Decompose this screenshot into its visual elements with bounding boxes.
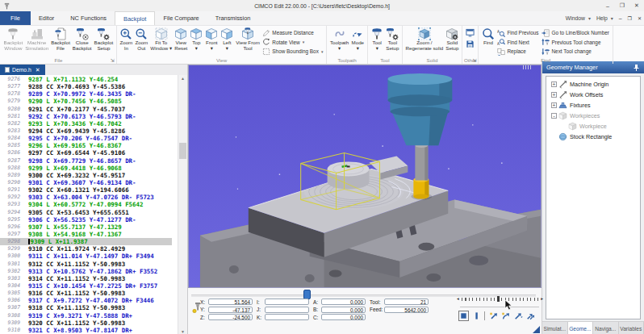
- ribbon-button-backplot-window[interactable]: BackplotWindow: [2, 27, 24, 52]
- nc-line[interactable]: 92899300 CC X+69.3232 Y-45.9517: [0, 172, 187, 179]
- nc-line[interactable]: 92849295 C X+70.206 Y-46.7547 DR-: [0, 135, 187, 142]
- monitor-icon[interactable]: [466, 28, 475, 37]
- speed-slider[interactable]: ◂▸: [462, 297, 538, 302]
- ribbon-tab-transmission[interactable]: Transmission: [207, 11, 259, 25]
- nc-line[interactable]: 93069317 C X+9.7272 Y-47.4072 DR+ F3446: [0, 297, 187, 304]
- nc-line[interactable]: 92799290 L X+70.7456 Y-46.5085: [0, 98, 187, 105]
- tree-item-workpiece[interactable]: Workpiece: [546, 121, 640, 132]
- nc-line[interactable]: 93059316 CC X+11.1152 Y-50.9983: [0, 290, 187, 297]
- ribbon-tab-file-compare[interactable]: File Compare: [155, 11, 207, 25]
- ribbon-button-left[interactable]: Left▾: [220, 27, 235, 52]
- viewport-grip[interactable]: [523, 65, 531, 69]
- step-forward-3-button[interactable]: [513, 311, 524, 321]
- nc-line[interactable]: 92819292 C X+70.6173 Y-46.5793 DR-: [0, 113, 187, 120]
- nc-line[interactable]: 92949305 CC X+53.6453 Y+655.6551: [0, 209, 187, 216]
- nc-line[interactable]: 92929303 C X+63.004 Y-47.0726 DR- F5723: [0, 194, 187, 201]
- ribbon-button-rotate-view[interactable]: Rotate View▾: [261, 38, 324, 48]
- restore-icon[interactable]: ❐: [615, 1, 629, 11]
- ribbon-button-previous-tool-change[interactable]: Previous Tool change: [540, 38, 610, 48]
- ribbon-button-measure-distance[interactable]: Measure Distance: [261, 28, 324, 38]
- nc-line[interactable]: 92769287 L X+71.1132 Y-46.254: [0, 76, 187, 83]
- ribbon-button-find-next[interactable]: AFind Next: [496, 38, 540, 48]
- pause-button[interactable]: [471, 311, 482, 321]
- ribbon-button-front[interactable]: Front▾: [204, 27, 220, 52]
- ribbon-button-find[interactable]: Find: [480, 27, 496, 46]
- ribbon-button-replace[interactable]: Replace: [496, 47, 540, 56]
- ribbon-button-fit-to-window[interactable]: Fit ToWindow ▾: [149, 27, 174, 52]
- nc-line[interactable]: 92999310 CC X+11.9724 Y-82.4929: [0, 245, 187, 253]
- nc-line[interactable]: 93089319 C X+9.3271 Y-47.5888 DR+: [0, 312, 187, 319]
- tree-item-workpieces[interactable]: -Workpieces: [546, 111, 640, 121]
- tree-item-machine-origin[interactable]: +Machine Origin: [546, 79, 640, 90]
- panel-tab-geome[interactable]: Geome...: [568, 322, 594, 334]
- ribbon-button-close-backplot[interactable]: CloseBackplot: [71, 27, 93, 52]
- ribbon-button-view-from-tool[interactable]: View FromTool: [235, 27, 261, 52]
- speed-slider-rail[interactable]: [460, 307, 539, 307]
- ribbon-tab-editor[interactable]: Editor: [31, 11, 62, 25]
- nc-line[interactable]: 93099320 CC X+11.1152 Y-50.9983: [0, 319, 187, 327]
- nc-line[interactable]: 92889299 L X+69.4418 Y-46.9068: [0, 165, 187, 172]
- doc-restore-icon[interactable]: ❐: [628, 15, 632, 21]
- nc-line[interactable]: 93019312 CC X+11.1152 Y-50.9983: [0, 261, 187, 268]
- nc-line[interactable]: 92859296 L X+69.9165 Y-46.8367: [0, 142, 187, 149]
- field-value-i[interactable]: [265, 299, 309, 305]
- scroll-down-icon[interactable]: ▼: [178, 329, 187, 334]
- panel-tab-naviga[interactable]: Naviga...: [593, 322, 619, 334]
- doc-close-icon[interactable]: ✕: [638, 15, 642, 21]
- ribbon-tab-backplot[interactable]: Backplot: [115, 11, 155, 25]
- field-value-feed[interactable]: 5642.000: [384, 307, 429, 313]
- doc-minimize-icon[interactable]: –: [619, 15, 622, 21]
- field-value-c[interactable]: 0.000: [321, 314, 366, 320]
- nc-line[interactable]: 92979308 L X+54.9168 Y-47.1367: [0, 231, 187, 238]
- ribbon-button-zoom-out[interactable]: ZoomOut: [134, 27, 149, 52]
- nc-code-area[interactable]: 92769287 L X+71.1132 Y-46.25492779288 CC…: [0, 75, 187, 334]
- nc-line[interactable]: 93049315 C X+10.1454 Y-47.2725 DR+ F3757: [0, 282, 187, 290]
- menu-help[interactable]: Help ▾: [596, 15, 613, 21]
- tree-expand-icon[interactable]: +: [551, 92, 557, 98]
- tree-expand-icon[interactable]: +: [551, 81, 557, 87]
- ribbon-button-top[interactable]: Top▾: [189, 27, 204, 52]
- tree-item-stock-rectangle[interactable]: Stock Rectangle: [546, 132, 640, 142]
- field-value-b[interactable]: 0.000: [321, 307, 366, 313]
- nc-line-current[interactable]: 92989309 L X+11.9387: [0, 238, 172, 245]
- tab-close-icon[interactable]: ✕: [36, 67, 40, 73]
- nc-line[interactable]: 92879298 C X+69.7729 Y-46.8657 DR-: [0, 157, 187, 165]
- ribbon-tab-nc-functions[interactable]: NC Functions: [62, 11, 115, 25]
- menu-window[interactable]: Window ▾: [566, 15, 591, 21]
- nc-line[interactable]: 92789289 C X+70.9972 Y-46.3435 DR-: [0, 90, 187, 98]
- nc-line[interactable]: 92969307 L X+55.7137 Y-47.1329: [0, 223, 187, 231]
- ribbon-button-toolpath[interactable]: Toolpath▾: [328, 27, 349, 52]
- field-value-j[interactable]: [265, 307, 309, 313]
- backplot-3d-view[interactable]: [188, 65, 542, 288]
- nc-line[interactable]: 93009311 C X+11.014 Y-47.1497 DR+ F3494: [0, 253, 187, 260]
- nc-line[interactable]: 93109321 C X+8.9503 Y-47.8147 DR+: [0, 327, 187, 334]
- pin-icon[interactable]: [633, 64, 640, 72]
- ribbon-button-next-tool-change[interactable]: Next Tool change: [540, 47, 610, 56]
- scroll-up-icon[interactable]: ▲: [178, 76, 187, 81]
- ribbon-button-view-reset[interactable]: ViewReset: [174, 27, 189, 52]
- nc-line[interactable]: 93039314 CC X+11.1152 Y-50.9983: [0, 275, 187, 282]
- nc-line[interactable]: 92959306 C X+56.5235 Y-47.1277 DR-: [0, 216, 187, 223]
- tree-item-work-offsets[interactable]: +Work Offsets: [546, 90, 640, 100]
- step-forward-1-button[interactable]: [488, 311, 499, 321]
- step-forward-2-button[interactable]: [500, 311, 511, 321]
- ribbon-button-show-bounding-box[interactable]: Show Bounding Box▾: [261, 47, 324, 56]
- ribbon-button-zoom-regenerate-solid[interactable]: Zoom /Regenerate solid: [404, 27, 445, 52]
- dialog-launcher-icon[interactable]: ⇲: [111, 58, 115, 63]
- nc-line[interactable]: 93079318 CC X+11.1152 Y-50.9983: [0, 304, 187, 311]
- nc-line[interactable]: 92839294 CC X+69.9439 Y-45.8286: [0, 127, 187, 135]
- ribbon-button-solid-setup[interactable]: SolidSetup: [445, 27, 460, 52]
- ribbon-tab-file[interactable]: File: [0, 11, 31, 25]
- nc-line[interactable]: 92779288 CC X+70.4693 Y-45.5386: [0, 83, 187, 90]
- ribbon-button-machine-simulation[interactable]: MachineSimulation: [24, 27, 50, 52]
- ribbon-button-tool[interactable]: Tool▾: [370, 27, 385, 52]
- ribbon-button-backplot-file[interactable]: BackplotFile: [50, 27, 72, 52]
- stop-button[interactable]: [458, 311, 469, 321]
- nc-line[interactable]: 92809291 CC X+70.2177 Y-45.7037: [0, 106, 187, 113]
- editor-tab-demo-h[interactable]: Demo.h ✕: [0, 65, 45, 75]
- disk-icon[interactable]: [466, 40, 475, 48]
- editor-scrollbar[interactable]: ▲ ▼: [178, 75, 187, 334]
- nc-line[interactable]: 93029313 C X+10.5762 Y-47.1862 DR+ F3552: [0, 268, 187, 275]
- field-value-y[interactable]: -47.137: [208, 307, 253, 313]
- nc-line[interactable]: 92919302 CC X+60.1321 Y+194.6066: [0, 186, 187, 194]
